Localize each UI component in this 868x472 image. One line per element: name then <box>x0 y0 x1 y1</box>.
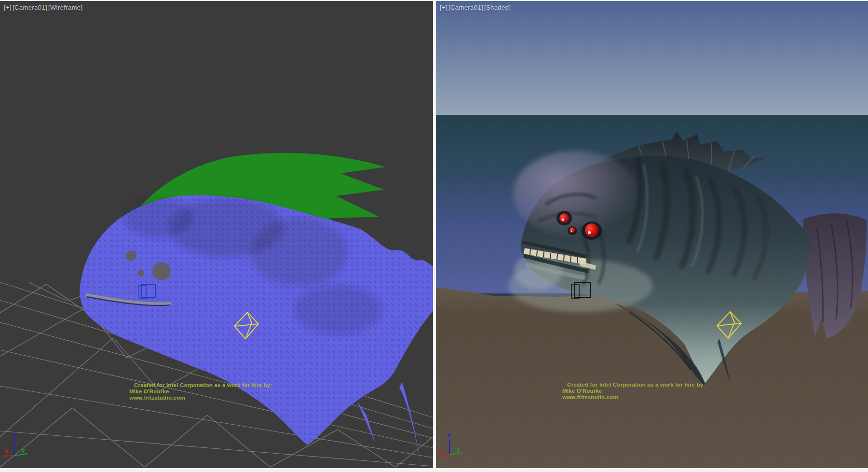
viewport-shaded[interactable]: z x y [+][Camera01][Shaded] Created for … <box>436 1 868 468</box>
axis-z-label: Z <box>13 433 16 440</box>
viewport-shading-menu[interactable]: [Wireframe] <box>48 4 83 11</box>
credit-annotation: Created for Intel Corporation as a work … <box>562 382 705 401</box>
axis-z-label: z <box>448 432 450 439</box>
credit-annotation: Created for Intel Corporation as a work … <box>129 382 272 401</box>
axis-y-label: y <box>457 446 460 452</box>
viewport-frame: { "viewport_left": { "label_segments": [… <box>0 0 868 472</box>
world-axis-gizmo: Z X y <box>3 433 27 456</box>
frame-bottom-strip <box>0 468 868 472</box>
axis-y-label: y <box>22 447 25 453</box>
viewport-general-menu[interactable]: [+] <box>440 4 448 11</box>
axis-x-label: x <box>439 447 443 453</box>
viewport-pov-menu[interactable]: [Camera01] <box>13 4 47 11</box>
sky-background <box>436 1 868 115</box>
viewport-pov-menu[interactable]: [Camera01] <box>448 4 483 11</box>
viewport-label-wireframe: [+][Camera01][Wireframe] <box>4 4 84 11</box>
viewport-general-menu[interactable]: [+] <box>4 4 12 11</box>
viewport-shading-menu[interactable]: [Shaded] <box>484 4 511 11</box>
axis-x-label: X <box>4 448 9 454</box>
viewport-wireframe[interactable]: Z X y [+][Camera01][Wireframe] Created f… <box>0 1 433 468</box>
viewport-label-shaded: [+][Camera01][Shaded] <box>440 4 512 11</box>
